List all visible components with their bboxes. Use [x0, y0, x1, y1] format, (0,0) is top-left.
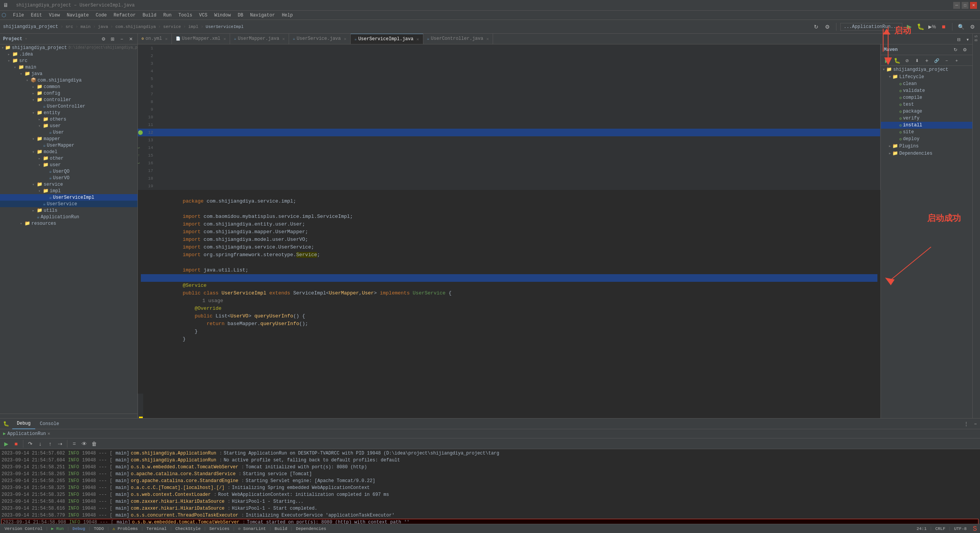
sidebar-item-others[interactable]: ▸ 📁 others — [0, 116, 137, 123]
sidebar-item-user-model[interactable]: ▾ 📁 user — [0, 162, 137, 168]
debug-watch-icon[interactable]: 👁 — [80, 439, 89, 448]
sidebar-item-user-class[interactable]: ☕ User — [0, 129, 137, 136]
sidebar-item-resources[interactable]: ▾ 📁 resources — [0, 220, 137, 227]
sidebar-item-src[interactable]: ▾ 📁 src — [0, 57, 137, 64]
gear-icon[interactable]: ⚙ — [968, 22, 977, 31]
debug-step-into-icon[interactable]: ↓ — [36, 439, 45, 448]
statusbar-debug[interactable]: Debug — [71, 526, 87, 531]
debug-run-to-cursor-icon[interactable]: ⇢ — [56, 439, 65, 448]
update-button[interactable]: ↻ — [812, 22, 821, 31]
sidebar-gear-icon[interactable]: ⚙ — [100, 36, 107, 43]
sidebar-item-userqo[interactable]: ☕ UserQO — [0, 168, 137, 175]
debug-run-close-icon[interactable]: ✕ — [47, 431, 50, 437]
tab-close-icon[interactable]: ✕ — [282, 36, 285, 41]
stop-button[interactable]: ■ — [939, 22, 948, 31]
menu-help[interactable]: Help — [279, 12, 296, 19]
sidebar-item-user-entity[interactable]: ▾ 📁 user — [0, 123, 137, 129]
sidebar-expand-icon[interactable]: ⊞ — [109, 36, 116, 43]
menu-db[interactable]: DB — [235, 12, 246, 19]
sidebar-scrollbar[interactable] — [0, 414, 137, 418]
debug-clear-icon[interactable]: 🗑 — [90, 439, 99, 448]
sidebar-item-mapper[interactable]: ▾ 📁 mapper — [0, 136, 137, 142]
menu-navigate[interactable]: Navigate — [64, 12, 92, 19]
sidebar-item-service[interactable]: ▾ 📁 service — [0, 181, 137, 188]
statusbar-problems[interactable]: ⚠ Problems — [111, 526, 139, 531]
statusbar-position[interactable]: 24:1 — [915, 526, 928, 531]
menu-refactor[interactable]: Refactor — [111, 12, 139, 19]
statusbar-checkstyle[interactable]: CheckStyle — [174, 526, 202, 531]
sidebar-close-icon[interactable]: ✕ — [127, 36, 134, 43]
maven-add-icon[interactable]: + — [922, 56, 931, 65]
coverage-button[interactable]: ▶% — [928, 22, 937, 31]
maven-item-compile[interactable]: ⚙ compile — [881, 94, 972, 101]
debug-stop-icon[interactable]: ■ — [11, 439, 21, 448]
bookmarks-panel-icon[interactable]: B — [974, 39, 978, 41]
sidebar-item-userservice[interactable]: ☕ UserService — [0, 201, 137, 207]
maven-download-icon[interactable]: ⬇ — [912, 56, 921, 65]
sidebar-item-com[interactable]: ▾ 📦 com.shijiangdiya — [0, 77, 137, 83]
tab-split-icon[interactable]: ⊟ — [954, 35, 963, 44]
statusbar-terminal[interactable]: Terminal — [145, 526, 168, 531]
sidebar-item-apprun[interactable]: ☕ ApplicationRun — [0, 214, 137, 220]
maven-collapse-icon[interactable]: − — [942, 56, 951, 65]
sidebar-item-other-model[interactable]: ▸ 📁 other — [0, 155, 137, 162]
statusbar-services[interactable]: Services — [208, 526, 231, 531]
structure-panel-icon[interactable]: S — [974, 35, 978, 38]
tab-close-icon[interactable]: ✕ — [486, 36, 489, 41]
maximize-button[interactable]: □ — [962, 2, 969, 9]
statusbar-sonar[interactable]: ⊘ SonarLint — [237, 526, 268, 531]
maven-item-validate[interactable]: ⚙ validate — [881, 87, 972, 94]
maven-settings-icon[interactable]: ⚙ — [960, 45, 969, 54]
settings-button[interactable]: ⚙ — [823, 22, 832, 31]
sidebar-item-utils[interactable]: ▸ 📁 utils — [0, 207, 137, 214]
maven-item-install[interactable]: ⚙ install — [881, 122, 972, 129]
sidebar-item-model[interactable]: ▾ 📁 model — [0, 149, 137, 155]
tab-userserviceimpl-java[interactable]: ☕ UserServiceImpl.java ✕ — [351, 34, 423, 44]
debug-panel-more-icon[interactable]: ⋮ — [962, 419, 971, 428]
statusbar-crlf[interactable]: CRLF — [934, 526, 947, 531]
menu-vcs[interactable]: VCS — [196, 12, 211, 19]
debug-panel-minimize-icon[interactable]: − — [971, 419, 980, 428]
maven-item-dependencies[interactable]: ▸ 📁 Dependencies — [881, 150, 972, 157]
sidebar-item-root[interactable]: ▾ 📁 shijiangdiya_project D:\idea\project… — [0, 44, 137, 51]
statusbar-run[interactable]: ▶ Run — [50, 526, 65, 531]
menu-view[interactable]: View — [46, 12, 63, 19]
sidebar-item-usermapper[interactable]: ☕ UserMapper — [0, 142, 137, 149]
tab-close-icon[interactable]: ✕ — [224, 36, 226, 41]
sidebar-item-config[interactable]: ▸ 📁 config — [0, 90, 137, 96]
maven-item-deploy[interactable]: ⚙ deploy — [881, 136, 972, 142]
debug-tab-console[interactable]: Console — [35, 419, 64, 429]
tab-close-icon[interactable]: ✕ — [165, 36, 168, 41]
maven-refresh-icon[interactable]: ↻ — [951, 45, 960, 54]
sidebar-item-common[interactable]: ▸ 📁 common — [0, 83, 137, 90]
sidebar-item-impl[interactable]: ▾ 📁 impl — [0, 188, 137, 194]
sidebar-item-controller[interactable]: ▾ 📁 controller — [0, 96, 137, 103]
sidebar-item-java[interactable]: ▾ 📁 java — [0, 70, 137, 77]
debug-eval-icon[interactable]: = — [70, 439, 79, 448]
menu-file[interactable]: File — [10, 12, 27, 19]
statusbar-dependencies[interactable]: Dependencies — [294, 526, 328, 531]
menu-tools[interactable]: Tools — [175, 12, 195, 19]
maven-expand-all-icon[interactable]: + — [952, 56, 961, 65]
maven-skip-tests-icon[interactable]: ⊘ — [902, 56, 911, 65]
sidebar-item-uservo[interactable]: ☕ UserVO — [0, 175, 137, 181]
menu-run[interactable]: Run — [160, 12, 175, 19]
menu-window[interactable]: Window — [211, 12, 234, 19]
code-editor[interactable]: package com.shijiangdiya.service.impl; i… — [138, 190, 880, 394]
menu-navigator[interactable]: Navigator — [247, 12, 278, 19]
sidebar-item-idea[interactable]: ▸ 📁 .idea — [0, 51, 137, 57]
tab-usercontroller-java[interactable]: ☕ UserController.java ✕ — [423, 34, 493, 44]
debug-step-over-icon[interactable]: ↷ — [26, 439, 35, 448]
debug-tab-debug[interactable]: Debug — [12, 419, 35, 429]
window-controls[interactable]: ─ □ ✕ — [953, 2, 977, 9]
maven-item-clean[interactable]: ⚙ clean — [881, 80, 972, 87]
menu-build[interactable]: Build — [139, 12, 159, 19]
sidebar-item-entity[interactable]: ▾ 📁 entity — [0, 110, 137, 116]
maven-item-test[interactable]: ⚙ test — [881, 101, 972, 108]
tab-usermapper-xml[interactable]: 📄 UserMapper.xml ✕ — [172, 34, 230, 44]
search-button[interactable]: 🔍 — [956, 22, 965, 31]
minimize-button[interactable]: ─ — [953, 2, 960, 9]
debug-step-out-icon[interactable]: ↑ — [46, 439, 55, 448]
statusbar-encoding[interactable]: UTF-8 — [952, 526, 968, 531]
editor-scrollbar[interactable] — [138, 394, 143, 418]
